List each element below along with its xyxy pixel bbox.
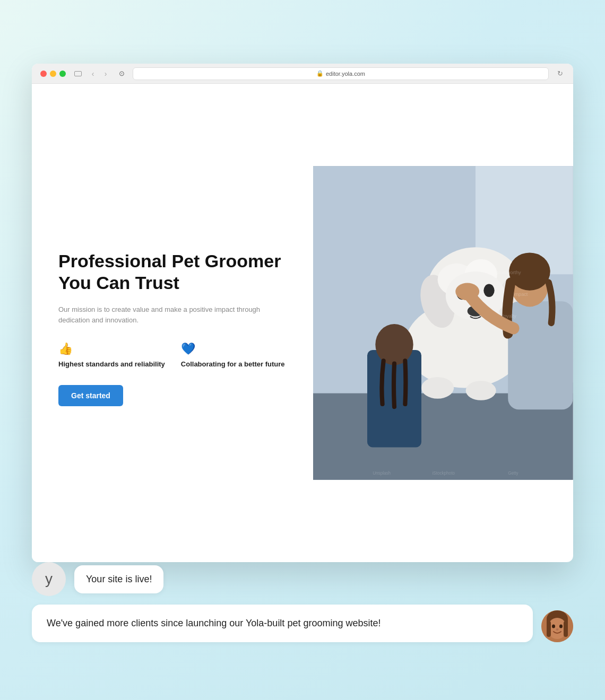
yola-chat-bubble: y Your site is live! [32,562,573,596]
hero-image: trustworthy impact loyalty Unsplash iSto… [313,84,573,562]
browser-content: Professional Pet Groomer You Can Trust O… [32,84,573,562]
user-chat-bubble: We've gained more clients since launchin… [32,605,573,642]
svg-text:trustworthy: trustworthy [497,270,521,275]
feature-item-standards: 👍 Highest standards and reliability [58,342,165,369]
avatar-face-icon [541,610,573,642]
svg-point-33 [559,625,563,628]
thumbs-up-icon: 👍 [58,342,165,356]
minimize-button[interactable] [50,71,56,77]
feature-label-standards: Highest standards and reliability [58,360,165,369]
nav-buttons: ‹ › [88,69,110,78]
reload-button[interactable]: ↻ [555,69,565,78]
svg-rect-36 [564,621,568,637]
maximize-button[interactable] [59,71,66,77]
svg-point-21 [376,324,413,365]
forward-button[interactable]: › [101,69,110,78]
svg-point-14 [421,377,454,399]
svg-rect-35 [547,621,551,637]
svg-point-15 [466,381,496,400]
yola-message: Your site is live! [74,565,163,593]
svg-text:loyalty: loyalty [503,313,516,319]
chat-section: y Your site is live! We've gained more c… [32,552,573,700]
url-text: editor.yola.com [326,71,365,77]
svg-point-34 [556,628,559,631]
sidebar-toggle-icon[interactable] [74,71,82,76]
browser-window: ‹ › ⊙ 🔒 editor.yola.com ↻ Professional P… [32,64,573,562]
user-avatar [541,610,573,642]
heart-icon: 💙 [181,342,285,356]
website-left-panel: Professional Pet Groomer You Can Trust O… [32,84,313,562]
hero-description: Our mission is to create value and make … [58,304,287,327]
yola-avatar: y [32,562,66,596]
close-button[interactable] [40,71,47,77]
feature-item-collaboration: 💙 Collaborating for a better future [181,342,285,369]
svg-text:impact: impact [514,292,528,297]
feature-label-collaboration: Collaborating for a better future [181,360,285,369]
svg-point-12 [484,284,495,297]
svg-point-32 [552,625,555,628]
shield-icon: ⊙ [117,69,126,78]
svg-text:iStockphoto: iStockphoto [433,471,455,476]
get-started-button[interactable]: Get started [58,385,123,406]
lock-icon: 🔒 [316,70,324,77]
features-row: 👍 Highest standards and reliability 💙 Co… [58,342,287,369]
svg-text:Getty: Getty [508,471,519,476]
svg-text:Unsplash: Unsplash [373,471,391,476]
browser-toolbar: ‹ › ⊙ 🔒 editor.yola.com ↻ [32,64,573,84]
back-button[interactable]: ‹ [88,69,98,78]
svg-rect-16 [508,301,573,409]
hero-title: Professional Pet Groomer You Can Trust [58,250,287,294]
website-right-panel: trustworthy impact loyalty Unsplash iSto… [313,84,573,562]
url-bar[interactable]: 🔒 editor.yola.com [133,67,549,80]
traffic-lights [40,71,66,77]
user-message: We've gained more clients since launchin… [32,605,533,642]
svg-point-19 [456,283,480,301]
